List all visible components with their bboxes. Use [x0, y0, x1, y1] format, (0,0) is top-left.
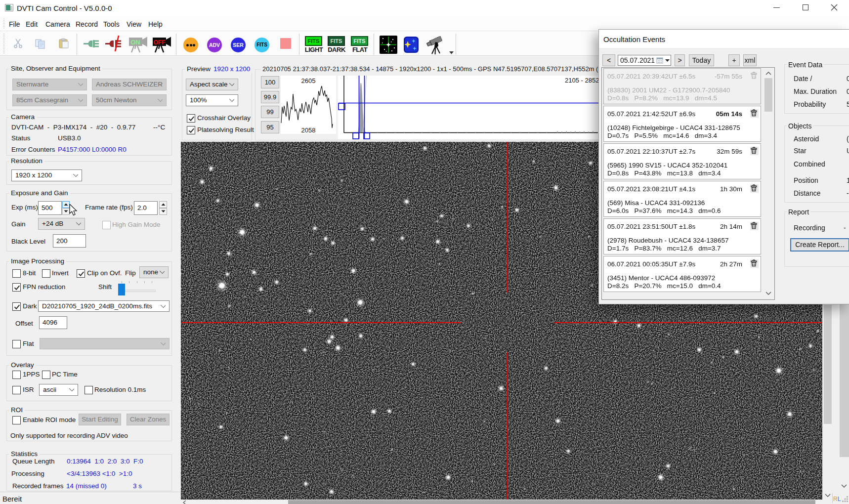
- svg-text:OFF: OFF: [154, 39, 166, 46]
- svg-text:ON: ON: [130, 39, 140, 46]
